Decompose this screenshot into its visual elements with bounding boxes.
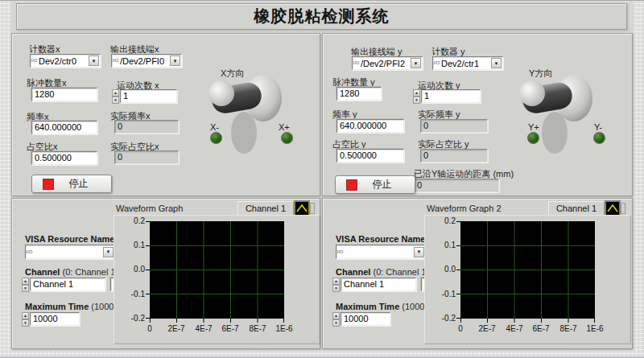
stop-x-label: 停止 [54, 177, 103, 191]
y-tick: -0.2 [435, 314, 456, 323]
terminal-x-label: 输出接线端x [110, 44, 159, 54]
spin-down-icon[interactable]: ▼ [413, 97, 420, 104]
y-plus-label: Y+ [528, 122, 539, 132]
dropdown-arrow-icon[interactable]: ▼ [411, 58, 421, 68]
x-tick: 8E-7 [243, 324, 272, 334]
pulses-x-input[interactable]: 1280 [31, 88, 97, 101]
y-tick: 0.0 [435, 265, 456, 274]
y-minus-label: Y- [594, 122, 602, 132]
x-minus-led [210, 132, 222, 144]
duty-y-input[interactable]: 0.500000 [336, 149, 404, 163]
visa1-label: VISA Resource Name [25, 234, 114, 244]
freq-x-input[interactable]: 640.000000 [31, 121, 97, 134]
channel1-ring[interactable]: ▲▼ Channel 1 [22, 278, 105, 291]
freq-y-input[interactable]: 640.000000 [336, 119, 404, 133]
y-distance-label: 已沿Y轴运动的距离 (mm) [414, 169, 514, 179]
channel2-label: Channel (0: Channel 1) 3 [336, 267, 436, 277]
maxtime1-input[interactable]: 10000 [30, 312, 80, 326]
graph1-plot[interactable] [146, 221, 284, 323]
spin-up-icon[interactable]: ▲ [22, 312, 29, 319]
stop-square-icon [43, 179, 54, 190]
maxtime1-stepper[interactable]: ▲▼ 10000 [22, 312, 80, 326]
dropdown-arrow-icon[interactable]: ▼ [89, 56, 99, 66]
x-plus-label: X+ [279, 122, 290, 132]
maxtime2-stepper[interactable]: ▲▼ 10000 [332, 312, 390, 326]
duty-y-label: 占空比 y [332, 139, 366, 149]
counter-x-combo[interactable]: I/O Dev2/ctr0 ▼ [30, 54, 101, 68]
title-banner: 橡胶脱粘检测系统 [16, 3, 627, 30]
visa2-combo[interactable]: I/O ▼ [336, 245, 426, 259]
moves-y-input[interactable]: 1 [421, 89, 481, 103]
channel2-value[interactable]: Channel 1 [341, 278, 416, 291]
y-tick: -0.1 [124, 290, 145, 299]
y-tick: 0.2 [124, 216, 145, 226]
graph1-title: Waveform Graph [116, 204, 183, 213]
graph1-legend-label[interactable]: Channel 1 [237, 201, 294, 216]
moves-y-stepper[interactable]: ▲▼ 1 [413, 89, 481, 103]
x-tick: 0 [135, 324, 164, 334]
counter-y-label: 计数器 y [431, 47, 465, 56]
stop-square-icon [346, 179, 357, 191]
y-tick: 0.1 [435, 241, 456, 250]
counter-y-combo[interactable]: I/O Dev2/ctr1 ▼ [432, 56, 503, 70]
spin-up-icon[interactable]: ▲ [332, 278, 340, 285]
spin-up-icon[interactable]: ▲ [413, 89, 420, 97]
visa2-label: VISA Resource Name 2 [336, 234, 433, 244]
io-icon: I/O [433, 61, 440, 65]
spin-up-icon[interactable]: ▲ [332, 312, 340, 319]
visa1-combo[interactable]: I/O ▼ [25, 245, 115, 259]
y-minus-led [593, 132, 605, 144]
x-plus-led [281, 132, 293, 144]
terminal-y-combo[interactable]: I/O /Dev2/PFI2 ▼ [352, 56, 423, 70]
terminal-x-combo[interactable]: I/O /Dev2/PFI0 ▼ [111, 54, 182, 68]
channel1-value[interactable]: Channel 1 [30, 278, 105, 291]
channel2-ring[interactable]: ▲▼ Channel 1 [332, 278, 416, 291]
terminal-y-label: 输出接线端 y [351, 47, 402, 56]
moves-x-input[interactable]: 1 [120, 89, 177, 103]
maxtime2-input[interactable]: 10000 [341, 312, 390, 326]
dropdown-arrow-icon[interactable]: ▼ [414, 247, 424, 257]
moves-x-stepper[interactable]: ▲▼ 1 [112, 89, 177, 103]
counter-y-value: Dev2/ctr1 [440, 59, 491, 68]
actual-duty-y-label: 实际占空比 y [418, 139, 469, 149]
dropdown-arrow-icon[interactable]: ▼ [103, 247, 114, 257]
spin-down-icon[interactable]: ▼ [22, 319, 29, 327]
graph2-legend-label[interactable]: Channel 1 [548, 201, 605, 216]
io-icon: I/O [31, 59, 38, 63]
graph2-legend-tail [621, 203, 625, 214]
page-title: 橡胶脱粘检测系统 [254, 6, 390, 27]
y-tick: 0.0 [124, 265, 145, 274]
x-tick: 2E-7 [162, 324, 191, 334]
actual-freq-y-indicator: 0 [420, 119, 488, 133]
io-icon: I/O [26, 250, 33, 254]
y-tick: 0.1 [124, 241, 145, 250]
duty-x-label: 占空比x [27, 142, 58, 151]
x-tick: 6E-7 [216, 324, 245, 334]
y-tick: -0.1 [435, 290, 456, 299]
graph1-legend-tail [310, 203, 315, 214]
graph2-legend-line-icon[interactable] [605, 201, 620, 216]
io-icon: I/O [353, 61, 360, 65]
x-axis-control-panel: 计数器x I/O Dev2/ctr0 ▼ 输出接线端x I/O /Dev2/PF… [11, 33, 320, 196]
stop-x-button[interactable]: 停止 [31, 175, 112, 193]
channel1-label: Channel (0: Channel 1) 2 [25, 267, 126, 277]
graph2-plot[interactable] [456, 221, 595, 323]
dropdown-arrow-icon[interactable]: ▼ [170, 56, 180, 66]
dropdown-arrow-icon[interactable]: ▼ [491, 58, 502, 68]
spin-up-icon[interactable]: ▲ [112, 89, 119, 97]
spin-down-icon[interactable]: ▼ [22, 285, 29, 292]
duty-x-input[interactable]: 0.500000 [31, 151, 97, 165]
spin-up-icon[interactable]: ▲ [22, 278, 29, 285]
y-tick: -0.2 [124, 314, 145, 323]
stop-y-button[interactable]: 停止 [335, 175, 415, 194]
pulses-y-input[interactable]: 1280 [336, 87, 382, 101]
spin-down-icon[interactable]: ▼ [112, 97, 119, 104]
graph1-legend-line-icon[interactable] [295, 201, 309, 216]
y-tick: 0.2 [435, 216, 456, 226]
window-top-edge [0, 0, 644, 1]
spin-down-icon[interactable]: ▼ [332, 285, 340, 292]
actual-duty-x-indicator: 0 [114, 150, 179, 164]
graph2-title: Waveform Graph 2 [427, 204, 502, 213]
spin-down-icon[interactable]: ▼ [332, 319, 340, 327]
x-tick: 4E-7 [189, 324, 218, 334]
